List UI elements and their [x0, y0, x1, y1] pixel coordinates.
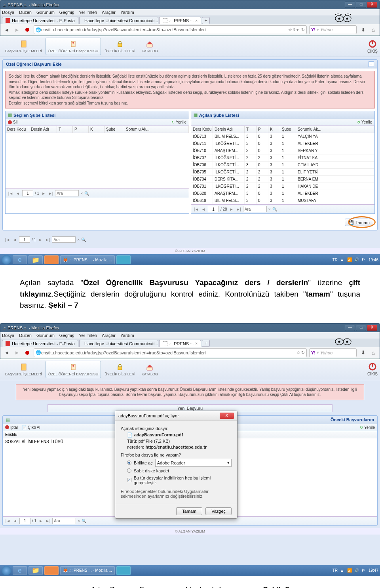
taskbar-app1[interactable]	[44, 255, 59, 264]
menu-yardim[interactable]: Yardım	[120, 333, 134, 338]
forward-button[interactable]: ►	[13, 349, 21, 357]
maximize-button[interactable]: ▭	[356, 2, 366, 8]
taskbar-app2[interactable]	[116, 255, 131, 264]
table-row[interactable]: İÖB701İLKÖĞRETİ...2231HAKAN DE	[191, 183, 374, 190]
tab-close-icon[interactable]: ×	[195, 341, 198, 346]
yenile-button-left[interactable]: ↻Yenile	[171, 120, 186, 124]
search-bar[interactable]: Y! ▾ Yahoo	[309, 348, 357, 357]
menu-gecmis[interactable]: Geçmiş	[59, 333, 74, 338]
radio-save[interactable]	[127, 468, 131, 473]
minimize-button[interactable]: —	[345, 2, 355, 8]
home-button[interactable]: ⌂	[369, 349, 377, 357]
toolbar-uyelik[interactable]: ÜYELİK BİLGİLERİ	[102, 361, 138, 378]
tray-flag-icon[interactable]: 🏳	[361, 257, 366, 262]
new-tab-button[interactable]: +	[202, 17, 210, 24]
dialog-close-button[interactable]: X	[220, 413, 234, 419]
start-button[interactable]	[2, 255, 11, 265]
start-button[interactable]	[2, 566, 11, 575]
search-icon[interactable]: 🔍	[82, 519, 86, 523]
menu-araclar[interactable]: Araçlar	[102, 333, 116, 338]
back-button[interactable]: ◄	[3, 26, 11, 34]
tray-network-icon[interactable]: 📶	[347, 257, 352, 262]
toolbar-basvuru-islemleri[interactable]: BAŞVURU İŞLEMLERİ	[2, 38, 45, 55]
menu-yerimleri[interactable]: Yer İmleri	[79, 10, 97, 15]
sil-button[interactable]: Sil	[8, 120, 17, 124]
tray-flag-icon[interactable]: 🏳	[361, 568, 366, 573]
remember-checkbox[interactable]: ✓	[127, 478, 131, 482]
table-row[interactable]: İÖB713BİLİM FELS...3031YALÇIN YA	[191, 133, 374, 140]
page-first-icon[interactable]: |◄	[194, 207, 199, 211]
page-last-icon[interactable]: ►|	[45, 238, 50, 242]
bookmark-icon[interactable]: ☆	[288, 27, 292, 32]
page-next-icon[interactable]: ►	[38, 519, 44, 523]
page-prev-icon[interactable]: ◄	[15, 191, 21, 196]
right-grid-body[interactable]: İÖB713BİLİM FELS...3031YALÇIN YAİÖB711İL…	[191, 133, 374, 204]
toolbar-cikis[interactable]: ÇIKIŞ	[367, 362, 378, 376]
table-row[interactable]: İÖB619BİLİM FELS...3031MUSTAFA	[191, 197, 374, 204]
taskbar-app1[interactable]	[44, 566, 59, 575]
tamam-button[interactable]: 💾 Tamam	[345, 219, 373, 226]
page-last-icon[interactable]: ►|	[48, 191, 53, 196]
page-first-icon[interactable]: |◄	[5, 238, 10, 242]
search-icon[interactable]: 🔍	[81, 238, 86, 242]
reload-icon[interactable]: ↻	[301, 350, 305, 355]
dialog-ok-button[interactable]: Tamam	[176, 507, 202, 515]
page-last-icon[interactable]: ►|	[236, 207, 241, 211]
toolbar-ozel-ogrenci[interactable]: ÖZEL ÖĞRENCİ BAŞVURUSU	[46, 361, 101, 378]
search-icon[interactable]: 🔍	[272, 207, 277, 211]
yenile-button-right[interactable]: ↻Yenile	[357, 120, 372, 124]
menu-dosya[interactable]: Dosya	[2, 333, 14, 338]
tab-prens[interactable]: .:: PRENS ::.×	[159, 340, 201, 347]
page-input[interactable]	[19, 518, 30, 524]
clear-icon[interactable]: ×	[268, 207, 271, 211]
table-row[interactable]: İÖB705İLKÖĞRETİ...2231ELİF YETKİ	[191, 169, 374, 176]
search-input[interactable]	[243, 206, 267, 212]
tab-hacettepe-eposta[interactable]: Hacettepe Üniversitesi - E-Posta	[2, 340, 78, 347]
open-with-combo[interactable]: Adobe Reader ▾	[155, 459, 232, 467]
toolbar-cikis[interactable]: ÇIKIŞ	[367, 40, 378, 53]
clear-icon[interactable]: ×	[77, 238, 80, 242]
tray-lang[interactable]: TR	[332, 568, 338, 573]
taskbar-ie[interactable]: e	[13, 255, 27, 264]
page-prev-icon[interactable]: ◄	[12, 519, 18, 523]
home-button[interactable]: ⌂	[369, 26, 377, 34]
menu-duzen[interactable]: Düzen	[19, 10, 32, 15]
forward-button[interactable]: ►	[13, 26, 21, 34]
toolbar-katalog[interactable]: KATALOG	[139, 361, 161, 378]
iptal-button[interactable]: İptal	[5, 425, 18, 430]
search-icon[interactable]: 🔍	[84, 191, 89, 196]
taskbar-app2[interactable]	[116, 566, 131, 575]
tab-prens[interactable]: .:: PRENS ::.×	[159, 17, 201, 24]
page-first-icon[interactable]: |◄	[8, 191, 13, 196]
page-next-icon[interactable]: ►	[229, 207, 234, 211]
close-button[interactable]: X	[367, 325, 377, 331]
page-first-icon[interactable]: |◄	[5, 519, 11, 523]
bookmark-icon[interactable]: ☆	[296, 350, 300, 355]
left-grid-body[interactable]	[6, 133, 189, 188]
page-input[interactable]	[19, 236, 30, 243]
collapse-button[interactable]: −	[369, 61, 374, 67]
taskbar-firefox[interactable]: 🦊.:: PRENS ::. - Mozilla ...	[60, 566, 115, 575]
tab-close-icon[interactable]: ×	[195, 19, 198, 23]
tray-volume-icon[interactable]: 🔊	[354, 257, 359, 262]
tab-hacettepe-comm[interactable]: Hacettepe Universitesi Communicati...×	[79, 17, 158, 24]
tray-icon[interactable]: ▲	[340, 568, 345, 573]
radio-open-with[interactable]	[127, 461, 131, 465]
table-row[interactable]: İÖB710ARAŞTIRM...3031SERKAN Y	[191, 147, 374, 154]
dropdown-icon[interactable]: ▾	[296, 27, 299, 32]
toolbar-basvuru-islemleri[interactable]: BAŞVURU İŞLEMLERİ	[2, 361, 45, 378]
url-bar[interactable]: 🌐 enstitu.hacettepe.edu.tr/aday.jsp?ozel…	[34, 25, 307, 34]
search-bar[interactable]: Y! ▾ Yahoo	[309, 25, 357, 34]
downloads-icon[interactable]: ⬇	[359, 26, 367, 34]
toolbar-katalog[interactable]: KATALOG	[139, 38, 161, 55]
tray-network-icon[interactable]: 📶	[347, 568, 352, 573]
toolbar-ozel-ogrenci[interactable]: ÖZEL ÖĞRENCİ BAŞVURUSU	[46, 38, 101, 55]
tray-clock[interactable]: 19:46	[369, 258, 378, 262]
menu-gecmis[interactable]: Geçmiş	[59, 10, 74, 15]
search-input[interactable]	[52, 236, 76, 243]
tray-volume-icon[interactable]: 🔊	[354, 568, 359, 573]
cikti-al-button[interactable]: 📄Çıktı Al	[22, 425, 40, 430]
toolbar-uyelik[interactable]: ÜYELİK BİLGİLERİ	[102, 38, 138, 55]
clear-icon[interactable]: ×	[78, 519, 80, 523]
table-row[interactable]: İÖB707İLKÖĞRETİ...2231FİTNAT KA	[191, 154, 374, 162]
